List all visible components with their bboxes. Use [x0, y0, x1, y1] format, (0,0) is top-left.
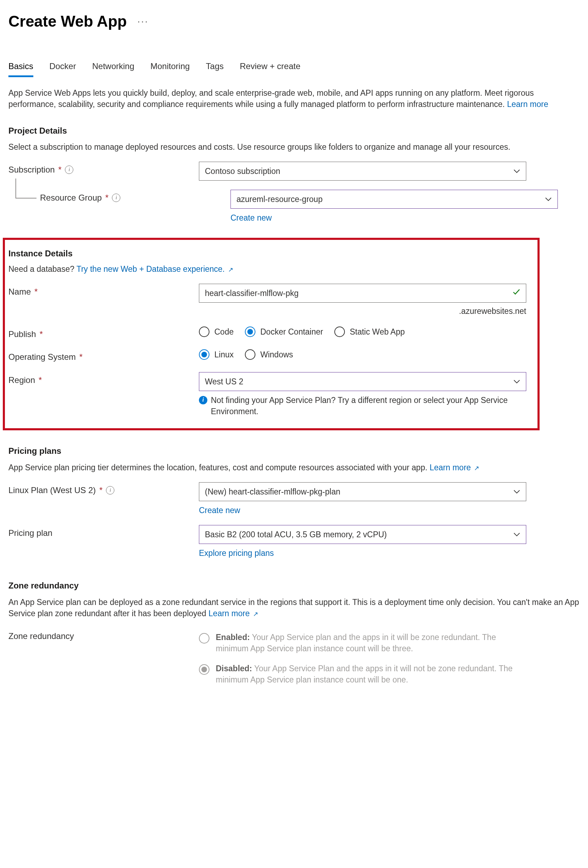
instance-details-heading: Instance Details	[9, 248, 534, 260]
region-value: West US 2	[205, 376, 244, 387]
publish-radio-docker[interactable]: Docker Container	[245, 326, 323, 337]
region-select[interactable]: West US 2	[199, 372, 526, 391]
pricing-desc: App Service plan pricing tier determines…	[9, 462, 579, 473]
intro-learn-more-link[interactable]: Learn more	[507, 100, 548, 109]
rg-create-new-link[interactable]: Create new	[230, 212, 272, 223]
project-details-heading: Project Details	[9, 125, 579, 137]
linux-plan-select[interactable]: (New) heart-classifier-mlflow-pkg-plan	[199, 482, 526, 501]
external-link-icon: ↗	[226, 266, 233, 273]
info-icon[interactable]: i	[112, 193, 120, 202]
name-input[interactable]: heart-classifier-mlflow-pkg	[199, 284, 526, 303]
resource-group-label: Resource Group * i	[9, 190, 230, 204]
publish-radio-code[interactable]: Code	[199, 326, 233, 337]
pricing-learn-more-link[interactable]: Learn more ↗	[430, 463, 479, 472]
page-title: Create Web App	[9, 10, 127, 32]
chevron-down-icon	[513, 167, 521, 175]
chevron-down-icon	[513, 487, 521, 496]
os-radio-linux[interactable]: Linux	[199, 349, 233, 360]
explore-pricing-link[interactable]: Explore pricing plans	[199, 548, 274, 559]
intro-body: App Service Web Apps lets you quickly bu…	[9, 89, 534, 109]
publish-label: Publish *	[9, 326, 199, 340]
tab-tags[interactable]: Tags	[206, 61, 224, 77]
external-link-icon: ↗	[251, 611, 258, 618]
os-radio-windows[interactable]: Windows	[245, 349, 293, 360]
pricing-plan-value: Basic B2 (200 total ACU, 3.5 GB memory, …	[205, 529, 387, 540]
plan-create-new-link[interactable]: Create new	[199, 505, 240, 516]
tab-bar: Basics Docker Networking Monitoring Tags…	[9, 61, 579, 77]
zone-redundancy-label: Zone redundancy	[9, 628, 199, 642]
info-icon[interactable]: i	[106, 486, 114, 495]
tab-monitoring[interactable]: Monitoring	[151, 61, 190, 77]
publish-radio-static[interactable]: Static Web App	[334, 326, 405, 337]
region-label: Region *	[9, 372, 199, 386]
zone-heading: Zone redundancy	[9, 580, 579, 592]
resource-group-value: azureml-resource-group	[236, 193, 322, 205]
chevron-down-icon	[513, 530, 521, 539]
zone-desc: An App Service plan can be deployed as a…	[9, 596, 579, 619]
subscription-label: Subscription * i	[9, 162, 199, 176]
name-value: heart-classifier-mlflow-pkg	[205, 288, 298, 299]
info-icon: i	[199, 396, 207, 404]
subscription-select[interactable]: Contoso subscription	[199, 162, 526, 181]
intro-text: App Service Web Apps lets you quickly bu…	[9, 87, 579, 110]
tab-basics[interactable]: Basics	[9, 61, 33, 78]
web-database-link[interactable]: Try the new Web + Database experience. ↗	[77, 264, 233, 273]
zone-radio-disabled: Disabled: Your App Service Plan and the …	[199, 663, 526, 685]
name-label: Name *	[9, 284, 199, 298]
pricing-plan-select[interactable]: Basic B2 (200 total ACU, 3.5 GB memory, …	[199, 525, 526, 544]
chevron-down-icon	[513, 377, 521, 386]
tab-networking[interactable]: Networking	[92, 61, 134, 77]
chevron-down-icon	[544, 195, 553, 204]
instance-details-highlight: Instance Details Need a database? Try th…	[3, 238, 539, 431]
tab-review[interactable]: Review + create	[240, 61, 301, 77]
project-details-desc: Select a subscription to manage deployed…	[9, 141, 579, 152]
database-prompt: Need a database? Try the new Web + Datab…	[9, 263, 534, 275]
info-icon[interactable]: i	[65, 165, 73, 174]
linux-plan-value: (New) heart-classifier-mlflow-pkg-plan	[205, 486, 340, 497]
zone-learn-more-link[interactable]: Learn more ↗	[208, 609, 258, 618]
pricing-heading: Pricing plans	[9, 445, 579, 457]
name-suffix: .azurewebsites.net	[199, 306, 526, 317]
check-icon	[512, 287, 521, 299]
os-label: Operating System *	[9, 349, 199, 363]
external-link-icon: ↗	[472, 465, 479, 472]
tab-docker[interactable]: Docker	[49, 61, 76, 77]
subscription-value: Contoso subscription	[205, 165, 280, 177]
more-icon[interactable]: ···	[137, 16, 148, 26]
linux-plan-label: Linux Plan (West US 2) * i	[9, 482, 199, 496]
zone-radio-enabled: Enabled: Your App Service plan and the a…	[199, 632, 526, 654]
region-hint: i Not finding your App Service Plan? Try…	[199, 394, 526, 417]
resource-group-select[interactable]: azureml-resource-group	[230, 190, 558, 209]
pricing-plan-label: Pricing plan	[9, 525, 199, 539]
